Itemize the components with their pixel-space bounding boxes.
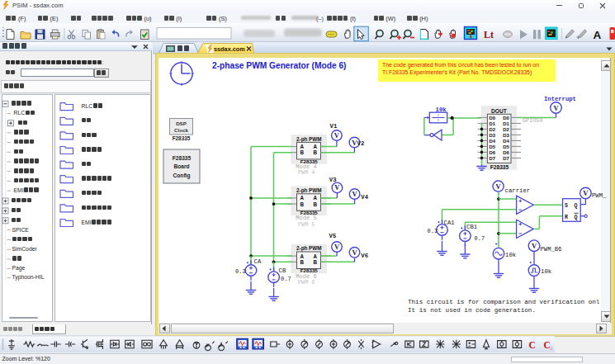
svg-text:C: C bbox=[529, 340, 536, 350]
svg-text:A: A bbox=[594, 29, 602, 41]
svg-text:C: C bbox=[544, 340, 551, 350]
svg-text:2: 2 bbox=[551, 345, 553, 351]
svg-text:Lt: Lt bbox=[484, 29, 494, 40]
